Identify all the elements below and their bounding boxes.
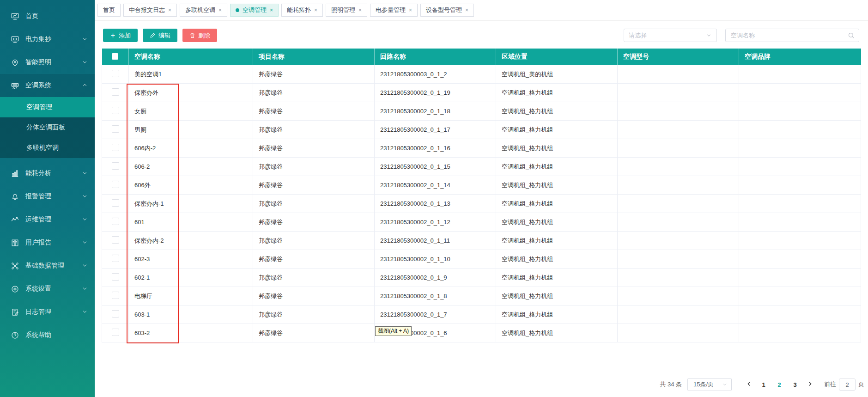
sidebar-item-用户报告[interactable]: 用户报告	[0, 231, 95, 254]
project-select[interactable]: 请选择	[624, 29, 717, 42]
row-checkbox[interactable]	[112, 273, 119, 281]
row-checkbox[interactable]	[112, 107, 119, 114]
table-body: 美的空调1 邦彦绿谷 23121805300003_0_1_2 空调机组_美的机…	[102, 65, 861, 342]
row-checkbox[interactable]	[112, 144, 119, 151]
tab-能耗拓扑[interactable]: 能耗拓扑×	[281, 4, 323, 17]
cell-model	[618, 269, 739, 287]
next-page-button[interactable]	[803, 381, 817, 388]
page-numbers: 123	[756, 381, 803, 388]
page-size-select[interactable]: 15条/页	[687, 378, 732, 391]
table-row: 606内-2 邦彦绿谷 23121805300002_0_1_16 空调机组_格…	[102, 139, 861, 158]
ac-table: 空调名称项目名称回路名称区域位置空调型号空调品牌 美的空调1 邦彦绿谷 2312…	[102, 49, 861, 342]
page-number-1[interactable]: 1	[756, 381, 771, 388]
tab-中台报文日志[interactable]: 中台报文日志×	[123, 4, 177, 17]
cell-area: 空调机组_格力机组	[496, 158, 618, 176]
sidebar-item-电力集抄[interactable]: 电力集抄	[0, 28, 95, 51]
sidebar-item-报警管理[interactable]: 报警管理	[0, 185, 95, 208]
cell-model	[618, 195, 739, 213]
close-icon[interactable]: ×	[270, 7, 273, 13]
prev-page-button[interactable]	[742, 381, 756, 388]
page-number-3[interactable]: 3	[787, 381, 803, 388]
close-icon[interactable]: ×	[314, 7, 317, 13]
chevron-down-icon	[82, 309, 88, 315]
cell-project: 邦彦绿谷	[253, 102, 375, 121]
sidebar-item-运维管理[interactable]: 运维管理	[0, 208, 95, 231]
goto-unit: 页	[858, 380, 864, 389]
cell-model	[618, 176, 739, 195]
row-checkbox-cell	[102, 232, 129, 250]
cell-brand	[739, 269, 861, 287]
sidebar-item-空调系统[interactable]: 空调系统	[0, 74, 95, 97]
search-input[interactable]	[730, 31, 848, 39]
sidebar-item-基础数据管理[interactable]: 基础数据管理	[0, 254, 95, 277]
table-row: 603-2 邦彦绿谷 23121805300002_0_1_6 空调机组_格力机…	[102, 324, 861, 342]
page-number-2[interactable]: 2	[771, 381, 787, 388]
row-checkbox[interactable]	[112, 310, 119, 318]
cell-ac-name: 男厕	[129, 121, 253, 139]
hvac-icon	[10, 81, 19, 90]
sidebar-item-日志管理[interactable]: 日志管理	[0, 300, 95, 324]
sidebar-item-智能照明[interactable]: 智能照明	[0, 51, 95, 74]
tab-空调管理[interactable]: 空调管理×	[230, 4, 279, 17]
cell-area: 空调机组_格力机组	[496, 324, 618, 342]
tab-设备型号管理[interactable]: 设备型号管理×	[420, 4, 474, 17]
tab-电参量管理[interactable]: 电参量管理×	[370, 4, 418, 17]
add-button-label: 添加	[119, 31, 131, 40]
sidebar-subitem-分体空调面板[interactable]: 分体空调面板	[0, 117, 95, 138]
close-icon[interactable]: ×	[465, 7, 468, 13]
chevron-down-icon	[82, 286, 88, 292]
select-all-checkbox[interactable]	[112, 53, 118, 60]
cell-model	[618, 139, 739, 158]
close-icon[interactable]: ×	[168, 7, 171, 13]
row-checkbox[interactable]	[112, 199, 119, 207]
row-checkbox[interactable]	[112, 255, 119, 262]
row-checkbox[interactable]	[112, 329, 119, 336]
cell-brand	[739, 139, 861, 158]
alarm-bell-icon	[10, 192, 19, 201]
row-checkbox[interactable]	[112, 125, 119, 133]
sidebar-subitem-空调管理[interactable]: 空调管理	[0, 97, 95, 117]
row-checkbox[interactable]	[112, 162, 119, 170]
table-row: 女厕 邦彦绿谷 23121805300002_0_1_18 空调机组_格力机组	[102, 102, 861, 121]
search-icon[interactable]	[848, 32, 855, 39]
table-row: 602-3 邦彦绿谷 23121805300002_0_1_10 空调机组_格力…	[102, 250, 861, 269]
tab-label: 首页	[103, 6, 115, 14]
table-row: 606外 邦彦绿谷 23121805300002_0_1_14 空调机组_格力机…	[102, 176, 861, 195]
row-checkbox[interactable]	[112, 218, 119, 225]
sidebar-item-能耗分析[interactable]: 能耗分析	[0, 162, 95, 185]
row-checkbox[interactable]	[112, 70, 119, 77]
row-checkbox[interactable]	[112, 181, 119, 188]
close-icon[interactable]: ×	[409, 7, 412, 13]
chevron-down-icon	[722, 382, 728, 387]
cell-circuit: 23121805300002_0_1_16	[375, 139, 496, 158]
goto-page: 前往 页	[824, 379, 864, 391]
plus-icon: +	[110, 32, 116, 38]
delete-button[interactable]: 删除	[182, 29, 217, 42]
tab-label: 能耗拓扑	[287, 6, 311, 14]
sidebar-item-label: 用户报告	[25, 238, 82, 247]
add-button[interactable]: + 添加	[103, 29, 138, 42]
close-icon[interactable]: ×	[358, 7, 362, 13]
cell-project: 邦彦绿谷	[253, 158, 375, 176]
row-checkbox[interactable]	[112, 292, 119, 299]
cell-ac-name: 606-2	[129, 158, 253, 176]
row-checkbox[interactable]	[112, 236, 119, 244]
sidebar-subitem-多联机空调[interactable]: 多联机空调	[0, 138, 95, 158]
cell-ac-name: 保密办内-1	[129, 195, 253, 213]
row-checkbox-cell	[102, 195, 129, 213]
edit-button[interactable]: 编辑	[143, 29, 177, 42]
row-checkbox-cell	[102, 139, 129, 158]
sidebar-item-首页[interactable]: 首页	[0, 5, 95, 28]
row-checkbox[interactable]	[112, 88, 119, 96]
row-checkbox-cell	[102, 324, 129, 342]
close-icon[interactable]: ×	[219, 7, 222, 13]
cell-project: 邦彦绿谷	[253, 121, 375, 139]
tab-多联机空调[interactable]: 多联机空调×	[180, 4, 227, 17]
edit-button-label: 编辑	[158, 31, 170, 40]
tab-照明管理[interactable]: 照明管理×	[326, 4, 367, 17]
tab-首页[interactable]: 首页	[97, 4, 121, 17]
sidebar-item-系统帮助[interactable]: 系统帮助	[0, 324, 95, 347]
sidebar-item-系统设置[interactable]: 系统设置	[0, 277, 95, 300]
tab-label: 多联机空调	[185, 6, 215, 14]
goto-page-input[interactable]	[839, 379, 856, 391]
